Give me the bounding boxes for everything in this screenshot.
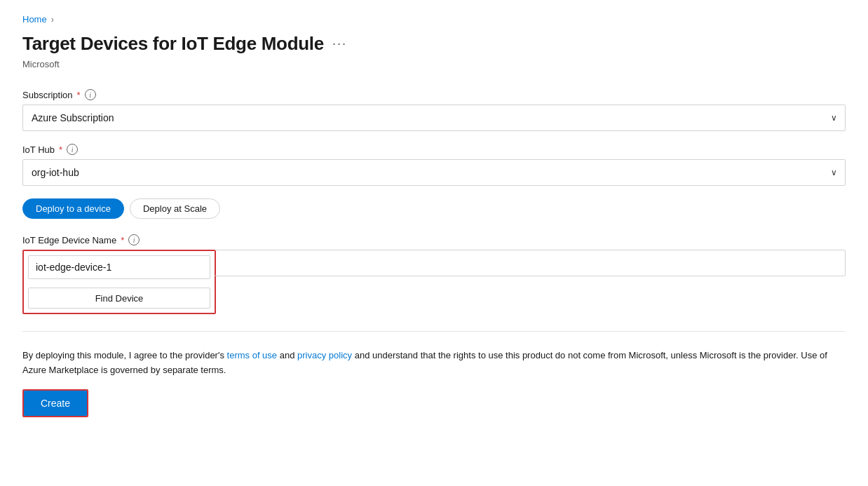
device-name-highlighted-group: Find Device <box>22 250 216 314</box>
page-subtitle: Microsoft <box>22 59 846 69</box>
iot-hub-field-group: IoT Hub * i org-iot-hub ∨ <box>22 144 846 186</box>
subscription-label-text: Subscription <box>22 90 73 100</box>
breadcrumb-home-link[interactable]: Home <box>22 14 47 25</box>
device-name-section: IoT Edge Device Name * i Find Device <box>22 234 846 314</box>
iot-hub-select-wrapper: org-iot-hub ∨ <box>22 159 846 186</box>
device-name-required-star: * <box>121 235 124 245</box>
create-button-wrapper: Create <box>22 389 88 417</box>
breadcrumb: Home › <box>22 14 846 25</box>
iot-hub-label-text: IoT Hub <box>22 144 55 155</box>
iot-hub-info-icon[interactable]: i <box>67 144 78 155</box>
device-name-wrapper: Find Device <box>22 250 846 314</box>
legal-text: By deploying this module, I agree to the… <box>22 349 829 378</box>
subscription-required-star: * <box>77 90 81 100</box>
legal-text-between: and <box>280 350 297 360</box>
breadcrumb-separator: › <box>51 15 54 25</box>
device-name-rest-input[interactable] <box>215 250 846 276</box>
section-divider <box>22 331 846 332</box>
deploy-at-scale-toggle[interactable]: Deploy at Scale <box>130 198 220 219</box>
page-header: Target Devices for IoT Edge Module ··· <box>22 33 846 55</box>
legal-text-before: By deploying this module, I agree to the… <box>22 350 227 360</box>
device-name-info-icon[interactable]: i <box>128 234 140 245</box>
more-options-icon[interactable]: ··· <box>332 36 347 51</box>
subscription-info-icon[interactable]: i <box>85 89 96 100</box>
privacy-policy-link[interactable]: privacy policy <box>297 350 352 360</box>
terms-of-use-link[interactable]: terms of use <box>227 350 278 360</box>
device-name-label-text: IoT Edge Device Name <box>22 235 116 245</box>
page-title: Target Devices for IoT Edge Module <box>22 33 324 55</box>
create-button[interactable]: Create <box>24 391 87 416</box>
subscription-label: Subscription * i <box>22 89 846 100</box>
subscription-select[interactable]: Azure Subscription <box>22 104 846 131</box>
find-device-button[interactable]: Find Device <box>28 288 210 309</box>
iot-hub-required-star: * <box>59 144 62 155</box>
iot-hub-select[interactable]: org-iot-hub <box>22 159 846 186</box>
deploy-toggle-group: Deploy to a device Deploy at Scale <box>22 198 846 219</box>
device-name-label: IoT Edge Device Name * i <box>22 234 846 245</box>
deploy-to-device-toggle[interactable]: Deploy to a device <box>22 198 124 219</box>
form-section: Subscription * i Azure Subscription ∨ Io… <box>22 89 846 314</box>
subscription-select-wrapper: Azure Subscription ∨ <box>22 104 846 131</box>
device-name-input[interactable] <box>28 255 210 279</box>
subscription-field-group: Subscription * i Azure Subscription ∨ <box>22 89 846 131</box>
iot-hub-label: IoT Hub * i <box>22 144 846 155</box>
